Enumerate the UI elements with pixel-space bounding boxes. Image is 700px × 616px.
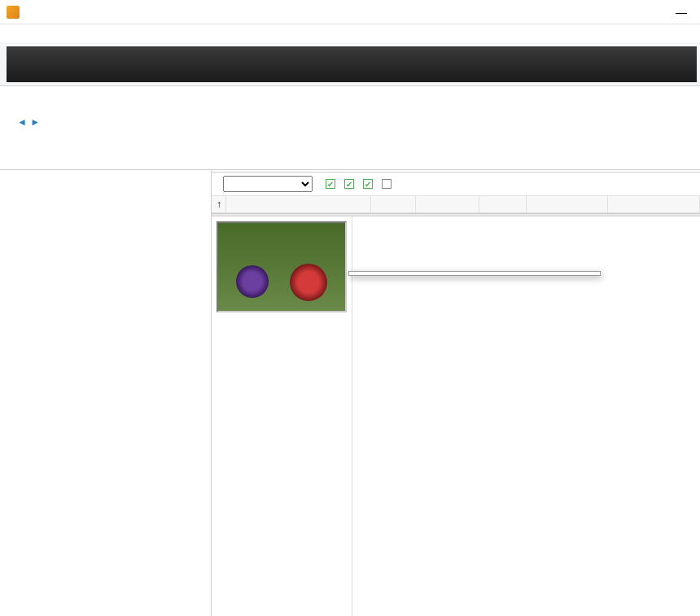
app-logo-icon (7, 6, 20, 19)
context-menu[interactable] (348, 271, 601, 276)
next-disk-icon[interactable]: ► (30, 116, 40, 128)
deleted-checkbox[interactable]: ✔ (326, 179, 338, 189)
filter-row: ✔ ✔ ✔ ✔ (212, 173, 700, 196)
hex-viewer[interactable] (352, 216, 700, 616)
name-pattern-select[interactable] (223, 176, 313, 192)
brand-banner (7, 46, 697, 82)
disk-nav: ◄ ► (0, 114, 57, 129)
sort-arrow-icon[interactable]: ↑ (212, 196, 226, 212)
minimize-button[interactable]: — (669, 6, 693, 19)
file-list-header[interactable]: ↑ (212, 196, 700, 213)
preview-pane (212, 216, 700, 616)
normal-checkbox[interactable]: ✔ (344, 179, 357, 189)
tree-pane[interactable] (0, 170, 212, 616)
duplicate-checkbox[interactable]: ✔ (382, 179, 394, 189)
menu-bar (0, 24, 700, 42)
disk-info-bar (0, 153, 700, 170)
toolbar (0, 42, 700, 86)
title-bar: — (0, 0, 700, 24)
disk-map: ◄ ► (0, 86, 700, 153)
image-thumbnail (217, 221, 347, 312)
prev-disk-icon[interactable]: ◄ (17, 116, 27, 128)
system-checkbox[interactable]: ✔ (363, 179, 375, 189)
